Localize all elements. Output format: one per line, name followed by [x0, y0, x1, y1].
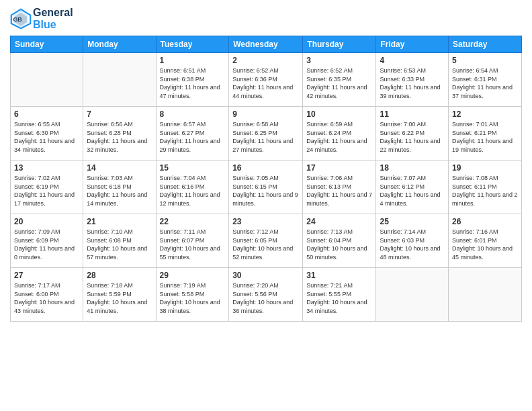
day-info: Sunrise: 7:05 AMSunset: 6:15 PMDaylight:… [232, 174, 299, 208]
calendar-day-header: Wednesday [229, 36, 303, 53]
calendar-day-header: Monday [83, 36, 156, 53]
day-info: Sunrise: 6:55 AMSunset: 6:30 PMDaylight:… [14, 120, 79, 154]
day-number: 28 [87, 271, 152, 280]
day-number: 4 [380, 56, 445, 65]
calendar-day-cell: 10Sunrise: 6:59 AMSunset: 6:24 PMDayligh… [303, 107, 376, 161]
calendar-day-cell: 13Sunrise: 7:02 AMSunset: 6:19 PMDayligh… [11, 161, 83, 214]
day-info: Sunrise: 7:03 AMSunset: 6:18 PMDaylight:… [87, 174, 152, 208]
calendar-day-cell: 14Sunrise: 7:03 AMSunset: 6:18 PMDayligh… [83, 161, 156, 214]
day-info: Sunrise: 7:19 AMSunset: 5:58 PMDaylight:… [160, 281, 226, 315]
logo-icon: GB [10, 8, 32, 30]
calendar: SundayMondayTuesdayWednesdayThursdayFrid… [10, 36, 522, 322]
day-number: 1 [160, 56, 226, 65]
day-number: 9 [232, 109, 299, 119]
day-info: Sunrise: 7:12 AMSunset: 6:05 PMDaylight:… [232, 228, 299, 261]
day-info: Sunrise: 7:07 AMSunset: 6:12 PMDaylight:… [380, 174, 445, 208]
day-number: 13 [14, 163, 79, 173]
calendar-day-cell: 24Sunrise: 7:13 AMSunset: 6:04 PMDayligh… [303, 214, 376, 268]
logo: GB General Blue [10, 7, 73, 30]
calendar-day-cell: 8Sunrise: 6:57 AMSunset: 6:27 PMDaylight… [156, 107, 229, 161]
day-number: 31 [306, 271, 372, 280]
calendar-day-cell: 4Sunrise: 6:53 AMSunset: 6:33 PMDaylight… [376, 53, 449, 107]
day-info: Sunrise: 6:54 AMSunset: 6:31 PMDaylight:… [452, 66, 518, 100]
calendar-week-row: 6Sunrise: 6:55 AMSunset: 6:30 PMDaylight… [11, 107, 522, 161]
header: GB General Blue [10, 7, 522, 30]
day-number: 10 [306, 109, 372, 119]
svg-text:GB: GB [13, 15, 21, 22]
page: GB General Blue SundayMondayTuesdayWedne… [0, 0, 532, 411]
calendar-day-cell: 9Sunrise: 6:58 AMSunset: 6:25 PMDaylight… [229, 107, 303, 161]
calendar-day-cell: 28Sunrise: 7:18 AMSunset: 5:59 PMDayligh… [83, 268, 156, 322]
day-info: Sunrise: 6:52 AMSunset: 6:36 PMDaylight:… [232, 66, 299, 100]
day-info: Sunrise: 6:56 AMSunset: 6:28 PMDaylight:… [87, 120, 152, 154]
calendar-day-cell: 27Sunrise: 7:17 AMSunset: 6:00 PMDayligh… [11, 268, 83, 322]
day-number: 29 [160, 271, 226, 280]
day-number: 12 [452, 109, 518, 119]
calendar-day-cell: 11Sunrise: 7:00 AMSunset: 6:22 PMDayligh… [376, 107, 449, 161]
calendar-day-cell: 22Sunrise: 7:11 AMSunset: 6:07 PMDayligh… [156, 214, 229, 268]
day-info: Sunrise: 6:51 AMSunset: 6:38 PMDaylight:… [160, 66, 226, 100]
calendar-day-cell [11, 53, 83, 107]
calendar-day-cell: 5Sunrise: 6:54 AMSunset: 6:31 PMDaylight… [449, 53, 522, 107]
day-info: Sunrise: 6:52 AMSunset: 6:35 PMDaylight:… [306, 66, 372, 100]
calendar-day-header: Friday [376, 36, 449, 53]
calendar-day-cell [449, 268, 522, 322]
calendar-day-cell: 2Sunrise: 6:52 AMSunset: 6:36 PMDaylight… [229, 53, 303, 107]
day-number: 27 [14, 271, 79, 280]
day-number: 14 [87, 163, 152, 173]
calendar-day-cell: 12Sunrise: 7:01 AMSunset: 6:21 PMDayligh… [449, 107, 522, 161]
logo-text: General Blue [33, 7, 73, 30]
day-number: 25 [380, 217, 445, 226]
day-info: Sunrise: 7:06 AMSunset: 6:13 PMDaylight:… [306, 174, 372, 208]
calendar-day-cell: 7Sunrise: 6:56 AMSunset: 6:28 PMDaylight… [83, 107, 156, 161]
day-info: Sunrise: 7:17 AMSunset: 6:00 PMDaylight:… [14, 281, 79, 315]
calendar-week-row: 13Sunrise: 7:02 AMSunset: 6:19 PMDayligh… [11, 161, 522, 214]
day-number: 18 [380, 163, 445, 173]
day-number: 30 [232, 271, 299, 280]
day-number: 21 [87, 217, 152, 226]
day-info: Sunrise: 7:09 AMSunset: 6:09 PMDaylight:… [14, 228, 79, 261]
day-info: Sunrise: 6:57 AMSunset: 6:27 PMDaylight:… [160, 120, 226, 154]
day-number: 16 [232, 163, 299, 173]
calendar-day-cell: 21Sunrise: 7:10 AMSunset: 6:08 PMDayligh… [83, 214, 156, 268]
day-info: Sunrise: 7:02 AMSunset: 6:19 PMDaylight:… [14, 174, 79, 208]
day-info: Sunrise: 7:04 AMSunset: 6:16 PMDaylight:… [160, 174, 226, 208]
calendar-day-cell: 3Sunrise: 6:52 AMSunset: 6:35 PMDaylight… [303, 53, 376, 107]
day-number: 3 [306, 56, 372, 65]
day-number: 2 [232, 56, 299, 65]
calendar-day-cell: 16Sunrise: 7:05 AMSunset: 6:15 PMDayligh… [229, 161, 303, 214]
day-number: 17 [306, 163, 372, 173]
day-number: 5 [452, 56, 518, 65]
day-info: Sunrise: 7:14 AMSunset: 6:03 PMDaylight:… [380, 228, 445, 261]
calendar-header-row: SundayMondayTuesdayWednesdayThursdayFrid… [11, 36, 522, 53]
calendar-day-cell: 30Sunrise: 7:20 AMSunset: 5:56 PMDayligh… [229, 268, 303, 322]
calendar-day-cell [83, 53, 156, 107]
day-number: 11 [380, 109, 445, 119]
day-info: Sunrise: 7:21 AMSunset: 5:55 PMDaylight:… [306, 281, 372, 315]
calendar-day-cell: 29Sunrise: 7:19 AMSunset: 5:58 PMDayligh… [156, 268, 229, 322]
calendar-day-cell [376, 268, 449, 322]
day-number: 22 [160, 217, 226, 226]
day-info: Sunrise: 7:01 AMSunset: 6:21 PMDaylight:… [452, 120, 518, 154]
day-number: 6 [14, 109, 79, 119]
calendar-week-row: 1Sunrise: 6:51 AMSunset: 6:38 PMDaylight… [11, 53, 522, 107]
day-info: Sunrise: 7:08 AMSunset: 6:11 PMDaylight:… [452, 174, 518, 208]
calendar-day-cell: 17Sunrise: 7:06 AMSunset: 6:13 PMDayligh… [303, 161, 376, 214]
day-info: Sunrise: 6:53 AMSunset: 6:33 PMDaylight:… [380, 66, 445, 100]
calendar-day-cell: 1Sunrise: 6:51 AMSunset: 6:38 PMDaylight… [156, 53, 229, 107]
day-number: 8 [160, 109, 226, 119]
day-number: 23 [232, 217, 299, 226]
calendar-day-header: Thursday [303, 36, 376, 53]
calendar-day-header: Sunday [11, 36, 83, 53]
calendar-week-row: 20Sunrise: 7:09 AMSunset: 6:09 PMDayligh… [11, 214, 522, 268]
calendar-day-cell: 19Sunrise: 7:08 AMSunset: 6:11 PMDayligh… [449, 161, 522, 214]
day-info: Sunrise: 7:00 AMSunset: 6:22 PMDaylight:… [380, 120, 445, 154]
calendar-day-cell: 20Sunrise: 7:09 AMSunset: 6:09 PMDayligh… [11, 214, 83, 268]
day-info: Sunrise: 6:58 AMSunset: 6:25 PMDaylight:… [232, 120, 299, 154]
calendar-day-cell: 18Sunrise: 7:07 AMSunset: 6:12 PMDayligh… [376, 161, 449, 214]
day-info: Sunrise: 7:13 AMSunset: 6:04 PMDaylight:… [306, 228, 372, 261]
calendar-day-cell: 26Sunrise: 7:16 AMSunset: 6:01 PMDayligh… [449, 214, 522, 268]
calendar-day-cell: 25Sunrise: 7:14 AMSunset: 6:03 PMDayligh… [376, 214, 449, 268]
day-number: 7 [87, 109, 152, 119]
day-number: 15 [160, 163, 226, 173]
